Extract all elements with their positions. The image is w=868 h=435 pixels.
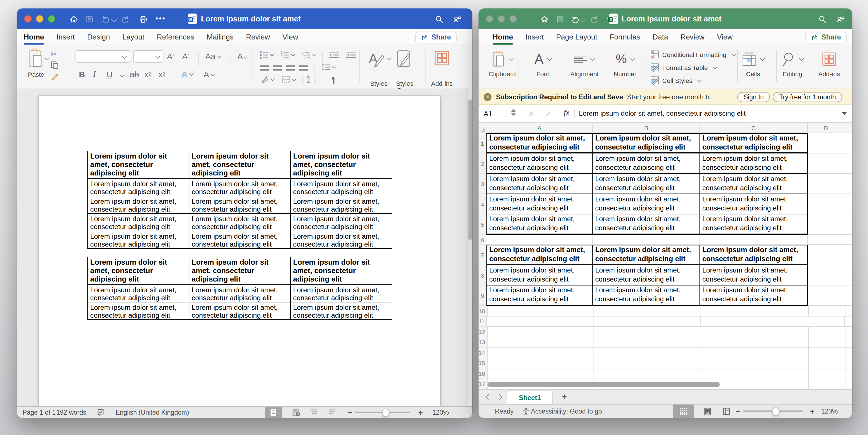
draft-view-button[interactable]	[327, 407, 337, 418]
row-header-17[interactable]: 17	[478, 379, 487, 389]
word-table-cell[interactable]: Lorem ipsum dolor sitamet, consecteturad…	[88, 151, 189, 178]
cell-A6[interactable]	[487, 235, 593, 245]
underline-button[interactable]: U	[106, 69, 113, 79]
cell-A12[interactable]	[487, 327, 594, 337]
accessibility-status[interactable]: Accessibility: Good to go	[531, 408, 602, 415]
web-layout-view-button[interactable]	[291, 407, 301, 418]
styles-button[interactable]: A	[368, 50, 391, 68]
cell-A5[interactable]: Lorem ipsum dolor sit amet,consectetur a…	[487, 214, 593, 235]
word-zoom-knob[interactable]	[382, 408, 390, 417]
formula-bar-expand-icon[interactable]	[841, 112, 847, 115]
people-share-icon[interactable]	[452, 14, 462, 24]
word-table-2[interactable]: Lorem ipsum dolor sitamet, consecteturad…	[87, 257, 392, 320]
cell-C13[interactable]	[701, 337, 809, 348]
people-share-icon[interactable]	[835, 14, 845, 24]
paste-menu-chevron-icon[interactable]	[44, 56, 49, 60]
cell-D2[interactable]	[808, 153, 844, 174]
minimize-window-button[interactable]	[498, 15, 505, 22]
cell-C4[interactable]: Lorem ipsum dolor sit amet,consectetur a…	[700, 194, 808, 214]
copy-icon[interactable]	[51, 61, 59, 69]
minimize-window-button[interactable]	[36, 15, 43, 22]
font-name-combobox[interactable]	[75, 50, 130, 63]
word-table-cell[interactable]: Lorem ipsum dolor sit amet,consectetur a…	[88, 231, 189, 249]
numbering-button[interactable]: 123	[280, 51, 294, 59]
cell-A15[interactable]	[487, 358, 594, 369]
cell-A9[interactable]: Lorem ipsum dolor sit amet,consectetur a…	[487, 286, 593, 306]
excel-tab-formulas[interactable]: Formulas	[610, 29, 640, 45]
cell-D13[interactable]	[809, 337, 845, 348]
word-table-cell[interactable]: Lorem ipsum dolor sit amet,consectetur a…	[88, 213, 189, 231]
word-zoom-slider[interactable]	[355, 412, 410, 413]
cell-E17[interactable]	[845, 379, 852, 389]
row-header-9[interactable]: 9	[478, 286, 487, 306]
cell-A7[interactable]: Lorem ipsum dolor sit amet,consectetur a…	[487, 245, 593, 265]
clear-formatting-button[interactable]: A◇	[237, 51, 247, 61]
row-header-7[interactable]: 7	[478, 245, 487, 265]
cell-D11[interactable]	[808, 316, 845, 327]
spellcheck-icon[interactable]	[97, 409, 104, 416]
excel-grid[interactable]: ABCD1Lorem ipsum dolor sit amet,consecte…	[478, 123, 852, 389]
word-tab-review[interactable]: Review	[246, 29, 270, 45]
column-header-c[interactable]: C	[700, 123, 808, 133]
styles-pane-button[interactable]	[396, 50, 412, 68]
align-right-button[interactable]	[286, 64, 295, 74]
spinner-down-icon[interactable]	[511, 113, 516, 116]
cell-C15[interactable]	[701, 358, 809, 369]
cell-C6[interactable]	[700, 235, 808, 245]
spinner-up-icon[interactable]	[511, 109, 516, 112]
font-size-combobox[interactable]	[133, 50, 163, 63]
cell-D6[interactable]	[808, 235, 844, 245]
cell-E1[interactable]	[844, 133, 852, 153]
cell-C10[interactable]	[701, 306, 809, 316]
cell-B11[interactable]	[593, 316, 701, 327]
cell-D3[interactable]	[808, 174, 844, 194]
page-break-preview-button[interactable]	[721, 405, 732, 418]
close-window-button[interactable]	[486, 15, 493, 22]
word-table-cell[interactable]: Lorem ipsum dolor sit amet,consectetur a…	[290, 302, 392, 320]
cell-D9[interactable]	[808, 286, 844, 306]
word-table-cell[interactable]: Lorem ipsum dolor sit amet,consectetur a…	[88, 178, 189, 196]
cell-B13[interactable]	[594, 337, 701, 348]
word-tab-insert[interactable]: Insert	[56, 29, 75, 45]
sort-button[interactable]: AZ	[307, 75, 310, 84]
cell-A3[interactable]: Lorem ipsum dolor sit amet,consectetur a…	[487, 174, 593, 194]
align-left-button[interactable]	[260, 64, 269, 74]
sheet-tab-sheet1[interactable]: Sheet1	[507, 391, 552, 405]
decrease-indent-button[interactable]	[329, 51, 339, 58]
page-layout-view-button[interactable]	[702, 405, 713, 418]
increase-indent-button[interactable]	[346, 51, 356, 58]
cell-D12[interactable]	[809, 327, 845, 337]
cell-D8[interactable]	[808, 265, 844, 286]
cell-C7[interactable]: Lorem ipsum dolor sit amet,consectetur a…	[700, 245, 808, 265]
word-tab-mailings[interactable]: Mailings	[207, 29, 234, 45]
bullets-button[interactable]	[259, 51, 274, 59]
cell-C2[interactable]: Lorem ipsum dolor sit amet,consectetur a…	[700, 153, 808, 174]
cell-C14[interactable]	[701, 348, 809, 358]
row-header-8[interactable]: 8	[478, 265, 487, 286]
justify-button[interactable]	[299, 64, 308, 74]
cell-A14[interactable]	[487, 348, 594, 358]
excel-tab-home[interactable]: Home	[493, 29, 513, 45]
row-header-13[interactable]: 13	[478, 337, 487, 348]
word-table-cell[interactable]: Lorem ipsum dolor sitamet, consecteturad…	[189, 257, 290, 284]
word-table-cell[interactable]: Lorem ipsum dolor sit amet,consectetur a…	[290, 213, 392, 231]
cell-B4[interactable]: Lorem ipsum dolor sit amet,consectetur a…	[593, 194, 700, 214]
excel-tab-review[interactable]: Review	[681, 29, 705, 45]
row-header-15[interactable]: 15	[478, 358, 487, 369]
row-header-12[interactable]: 12	[478, 327, 487, 337]
accessibility-icon[interactable]	[523, 408, 529, 415]
cell-D14[interactable]	[809, 348, 845, 358]
word-tab-home[interactable]: Home	[24, 29, 44, 45]
cell-E11[interactable]	[845, 316, 852, 327]
clipboard-group-button[interactable]: Clipboard	[486, 49, 519, 77]
excel-tab-data[interactable]: Data	[653, 29, 668, 45]
word-tab-references[interactable]: References	[157, 29, 194, 45]
previous-sheet-icon[interactable]	[487, 395, 491, 400]
word-table-cell[interactable]: Lorem ipsum dolor sit amet,consectetur a…	[189, 213, 290, 231]
word-table-cell[interactable]: Lorem ipsum dolor sit amet,consectetur a…	[189, 178, 290, 196]
word-table-cell[interactable]: Lorem ipsum dolor sit amet,consectetur a…	[290, 196, 392, 213]
cell-E16[interactable]	[845, 369, 852, 379]
italic-button[interactable]: I	[93, 69, 96, 79]
cell-E15[interactable]	[845, 358, 852, 369]
name-box-spinner[interactable]	[511, 109, 516, 116]
